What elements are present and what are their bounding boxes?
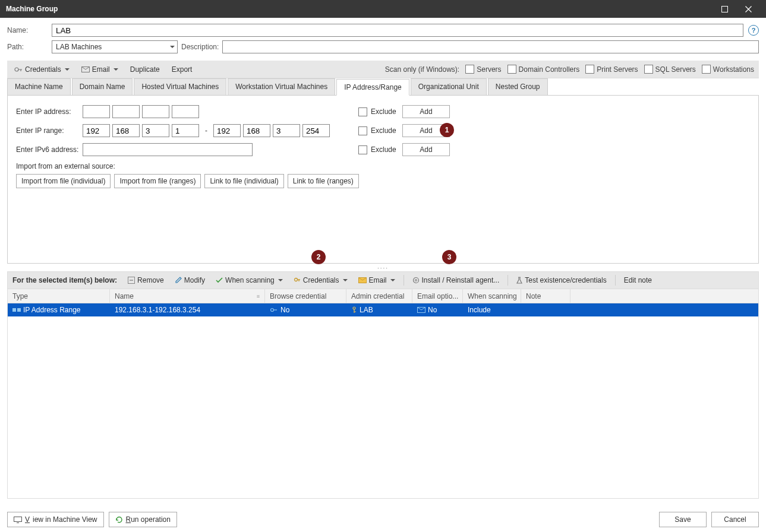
ip-octet-4[interactable] [172, 105, 199, 118]
range-exclude-checkbox[interactable] [358, 126, 367, 135]
range-start-1[interactable] [83, 124, 110, 137]
edit-note-button[interactable]: Edit note [622, 275, 654, 286]
range-end-4[interactable] [302, 124, 330, 137]
mail-icon [358, 277, 367, 283]
name-input[interactable] [52, 24, 743, 37]
annotation-badge-3: 3 [442, 250, 456, 264]
col-when[interactable]: When scanning [463, 289, 521, 303]
save-button[interactable]: Save [659, 512, 707, 527]
tab-workstation-vm[interactable]: Workstation Virtual Machines [228, 78, 335, 95]
workstations-checkbox[interactable]: Workstations [702, 65, 754, 74]
svg-point-1 [15, 68, 18, 71]
chevron-down-icon [114, 68, 118, 71]
ip-octet-2[interactable] [112, 105, 140, 118]
ip-exclude-checkbox[interactable] [358, 107, 367, 116]
annotation-badge-1: 1 [440, 123, 454, 137]
import-file-individual-button[interactable]: Import from file (individual) [16, 174, 111, 188]
svg-rect-8 [12, 308, 16, 312]
path-value: LAB Machines [56, 43, 102, 51]
col-admin[interactable]: Admin credential [346, 289, 412, 303]
toolbar-top: Credentials Email Duplicate Export Scan … [7, 61, 759, 78]
tab-domain-name[interactable]: Domain Name [72, 78, 133, 95]
titlebar: Machine Group [0, 0, 766, 18]
col-note[interactable]: Note [521, 289, 570, 303]
grid-body: IP Address Range 192.168.3.1-192.168.3.2… [7, 303, 759, 499]
range-start-2[interactable] [112, 124, 140, 137]
import-label: Import from an external source: [16, 162, 750, 170]
svg-point-6 [413, 278, 418, 283]
email-dropdown[interactable]: Email [79, 64, 121, 75]
col-name[interactable]: Name≡ [110, 289, 265, 303]
link-file-ranges-button[interactable]: Link to file (ranges) [288, 174, 359, 188]
scan-only-label: Scan only (if Windows): [385, 65, 459, 74]
form-area: Name: ? Path: LAB Machines Description: [0, 18, 766, 61]
col-email[interactable]: Email optio... [412, 289, 463, 303]
description-input[interactable] [222, 40, 759, 53]
path-label: Path: [7, 43, 52, 51]
window-title: Machine Group [6, 5, 58, 13]
row-admin: LAB [360, 306, 373, 314]
test-button[interactable]: Test existence/credentials [514, 275, 609, 286]
ip-octet-1[interactable] [83, 105, 110, 118]
duplicate-button[interactable]: Duplicate [128, 64, 162, 75]
view-machine-view-button[interactable]: View in Machine View [7, 512, 104, 527]
servers-checkbox[interactable]: Servers [465, 65, 501, 74]
range-end-1[interactable] [213, 124, 241, 137]
tab-nested-group[interactable]: Nested Group [488, 78, 548, 95]
ip-range-panel: Enter IP address: Exclude Add Enter IP r… [7, 96, 759, 264]
ip-octet-3[interactable] [142, 105, 169, 118]
remove-button[interactable]: Remove [125, 275, 166, 286]
key-icon [294, 277, 301, 284]
domain-controllers-checkbox[interactable]: Domain Controllers [507, 65, 580, 74]
tab-ou[interactable]: Organizational Unit [411, 78, 487, 95]
ipv6-input[interactable] [83, 143, 253, 156]
footer: View in Machine View Run operation Save … [7, 512, 759, 527]
grid: Type Name≡ Browse credential Admin crede… [7, 289, 759, 499]
svg-point-11 [353, 307, 355, 309]
range-start-3[interactable] [142, 124, 169, 137]
range-dash: - [205, 126, 207, 135]
col-browse[interactable]: Browse credential [265, 289, 346, 303]
import-file-ranges-button[interactable]: Import from file (ranges) [114, 174, 201, 188]
email-dropdown-2[interactable]: Email [356, 275, 398, 286]
path-select[interactable]: LAB Machines [52, 40, 178, 53]
range-start-4[interactable] [172, 124, 199, 137]
range-end-3[interactable] [273, 124, 300, 137]
ip-add-button[interactable]: Add [402, 105, 450, 118]
tab-hosted-vm[interactable]: Hosted Virtual Machines [134, 78, 226, 95]
run-operation-button[interactable]: Run operation [109, 512, 177, 527]
cancel-button[interactable]: Cancel [711, 512, 759, 527]
monitor-icon [14, 517, 22, 523]
table-row[interactable]: IP Address Range 192.168.3.1-192.168.3.2… [8, 303, 758, 316]
help-icon[interactable]: ? [748, 25, 759, 36]
close-button[interactable] [736, 0, 760, 18]
chevron-down-icon [278, 279, 283, 281]
mail-icon [417, 307, 425, 313]
ipv6-add-button[interactable]: Add [402, 143, 450, 156]
sort-icon: ≡ [257, 293, 260, 299]
refresh-icon [115, 516, 123, 524]
install-agent-button[interactable]: Install / Reinstall agent... [410, 275, 502, 286]
name-label: Name: [7, 26, 52, 34]
ip-range-label: Enter IP range: [16, 126, 83, 135]
tab-machine-name[interactable]: Machine Name [7, 78, 71, 95]
splitter-handle[interactable]: ···· [7, 265, 759, 271]
ipv6-exclude-checkbox[interactable] [358, 145, 367, 154]
key-icon [351, 306, 357, 314]
check-icon [216, 277, 223, 284]
tab-ip-range[interactable]: IP Address/Range [336, 79, 409, 96]
modify-button[interactable]: Modify [172, 275, 207, 286]
col-type[interactable]: Type [8, 289, 110, 303]
link-file-individual-button[interactable]: Link to file (individual) [204, 174, 283, 188]
range-end-2[interactable] [243, 124, 270, 137]
print-servers-checkbox[interactable]: Print Servers [585, 65, 638, 74]
credentials-dropdown[interactable]: Credentials [12, 64, 72, 75]
sql-servers-checkbox[interactable]: SQL Servers [644, 65, 696, 74]
when-scanning-dropdown[interactable]: When scanning [213, 275, 285, 286]
export-button[interactable]: Export [169, 64, 195, 75]
ipv6-label: Enter IPv6 address: [16, 145, 83, 154]
credentials-dropdown-2[interactable]: Credentials [291, 275, 350, 286]
maximize-button[interactable] [713, 0, 736, 18]
minus-icon [128, 277, 135, 284]
svg-point-10 [271, 309, 274, 312]
